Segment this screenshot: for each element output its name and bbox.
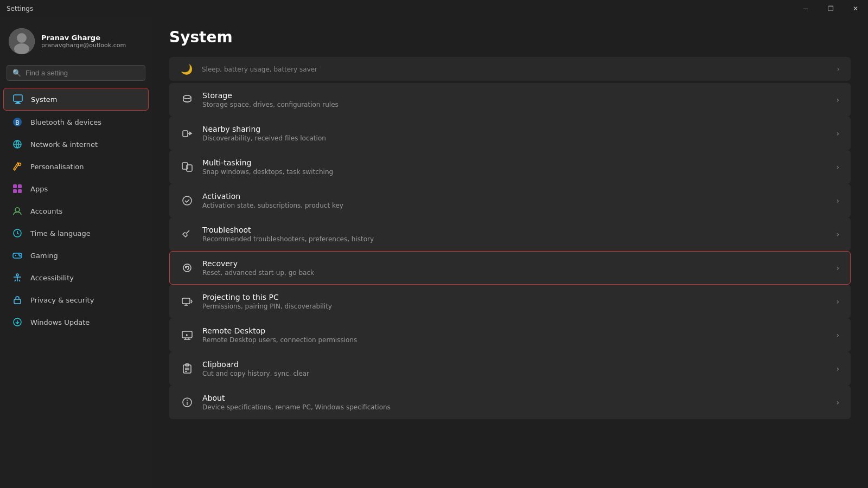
remote-desktop-chevron-icon: › (836, 331, 839, 339)
main-layout: Pranav Gharge pranavgharge@outlook.com 🔍… (0, 17, 868, 488)
activation-icon (181, 194, 194, 207)
activation-chevron-icon: › (836, 196, 839, 205)
svg-point-24 (183, 95, 191, 99)
remote-desktop-icon (181, 329, 194, 342)
svg-rect-5 (15, 103, 21, 104)
settings-item-storage[interactable]: Storage Storage space, drives, configura… (169, 83, 851, 117)
clipboard-title: Clipboard (202, 360, 827, 369)
sidebar-item-system[interactable]: System (3, 88, 149, 111)
maximize-button[interactable]: ❐ (818, 0, 843, 17)
settings-item-about[interactable]: About Device specifications, rename PC, … (169, 386, 851, 419)
multi-tasking-title: Multi-tasking (202, 158, 827, 167)
troubleshoot-text: Troubleshoot Recommended troubleshooters… (202, 226, 827, 243)
about-title: About (202, 394, 827, 402)
partial-settings-item[interactable]: 🌙 Sleep, battery usage, battery saver › (169, 57, 851, 81)
about-text: About Device specifications, rename PC, … (202, 394, 827, 411)
svg-rect-22 (14, 299, 21, 304)
system-icon (12, 94, 23, 105)
svg-point-9 (18, 163, 21, 166)
svg-point-2 (14, 43, 29, 54)
svg-point-45 (187, 400, 188, 401)
nearby-sharing-icon (181, 127, 194, 140)
recovery-icon (181, 261, 194, 274)
settings-item-remote-desktop[interactable]: Remote Desktop Remote Desktop users, con… (169, 318, 851, 352)
storage-title: Storage (202, 91, 827, 100)
content-area: System 🌙 Sleep, battery usage, battery s… (152, 17, 868, 488)
projecting-icon (181, 295, 194, 308)
partial-item-desc: Sleep, battery usage, battery saver (202, 66, 828, 73)
titlebar: Settings ─ ❐ ✕ (0, 0, 868, 17)
multi-tasking-icon (181, 160, 194, 174)
multi-tasking-text: Multi-tasking Snap windows, desktops, ta… (202, 158, 827, 176)
settings-item-multi-tasking[interactable]: Multi-tasking Snap windows, desktops, ta… (169, 150, 851, 184)
nearby-sharing-text: Nearby sharing Discoverability, received… (202, 125, 827, 142)
svg-rect-4 (16, 102, 20, 103)
privacy-icon (12, 294, 23, 305)
remote-desktop-text: Remote Desktop Remote Desktop users, con… (202, 326, 827, 344)
sidebar-item-label-system: System (31, 95, 57, 104)
svg-point-20 (20, 255, 21, 256)
sidebar-item-gaming[interactable]: Gaming (3, 245, 149, 266)
sidebar-item-privacy[interactable]: Privacy & security (3, 289, 149, 311)
minimize-button[interactable]: ─ (793, 0, 818, 17)
troubleshoot-title: Troubleshoot (202, 226, 827, 234)
sidebar-item-label-accessibility: Accessibility (30, 274, 74, 282)
sidebar-item-label-bluetooth: Bluetooth & devices (30, 118, 101, 126)
svg-rect-12 (13, 189, 17, 193)
nearby-sharing-title: Nearby sharing (202, 125, 827, 133)
sidebar-item-apps[interactable]: Apps (3, 178, 149, 200)
sidebar-item-label-windows-update: Windows Update (30, 318, 90, 326)
projecting-title: Projecting to this PC (202, 293, 827, 301)
close-button[interactable]: ✕ (843, 0, 868, 17)
settings-item-projecting[interactable]: Projecting to this PC Permissions, pairi… (169, 285, 851, 318)
sidebar-item-network[interactable]: Network & internet (3, 133, 149, 155)
projecting-chevron-icon: › (836, 297, 839, 306)
sidebar-item-windows-update[interactable]: Windows Update (3, 311, 149, 333)
troubleshoot-chevron-icon: › (836, 230, 839, 239)
settings-item-activation[interactable]: Activation Activation state, subscriptio… (169, 184, 851, 217)
about-icon (181, 396, 194, 409)
remote-desktop-title: Remote Desktop (202, 326, 827, 335)
sidebar-item-label-personalisation: Personalisation (30, 163, 84, 171)
sidebar-item-time[interactable]: Time & language (3, 222, 149, 244)
about-chevron-icon: › (836, 398, 839, 407)
svg-point-14 (15, 208, 20, 212)
projecting-description: Permissions, pairing PIN, discoverabilit… (202, 303, 827, 310)
settings-item-clipboard[interactable]: Clipboard Cut and copy history, sync, cl… (169, 352, 851, 386)
recovery-text: Recovery Reset, advanced start-up, go ba… (202, 259, 827, 277)
sidebar-item-personalisation[interactable]: Personalisation (3, 156, 149, 177)
settings-item-nearby-sharing[interactable]: Nearby sharing Discoverability, received… (169, 117, 851, 150)
search-icon: 🔍 (12, 69, 21, 77)
svg-point-21 (16, 274, 18, 276)
sidebar-item-accessibility[interactable]: Accessibility (3, 267, 149, 288)
multi-tasking-chevron-icon: › (836, 163, 839, 171)
nearby-sharing-chevron-icon: › (836, 129, 839, 138)
sidebar-item-bluetooth[interactable]: B Bluetooth & devices (3, 111, 149, 133)
recovery-title: Recovery (202, 259, 827, 268)
troubleshoot-description: Recommended troubleshooters, preferences… (202, 235, 827, 243)
sidebar-item-label-accounts: Accounts (30, 207, 62, 215)
storage-chevron-icon: › (836, 95, 839, 104)
storage-description: Storage space, drives, configuration rul… (202, 101, 827, 108)
remote-desktop-description: Remote Desktop users, connection permiss… (202, 336, 827, 344)
clipboard-text: Clipboard Cut and copy history, sync, cl… (202, 360, 827, 377)
svg-rect-31 (182, 298, 190, 304)
svg-point-29 (183, 196, 192, 205)
clipboard-icon (181, 362, 194, 375)
titlebar-controls: ─ ❐ ✕ (793, 0, 868, 17)
time-icon (12, 228, 23, 239)
personalisation-icon (12, 161, 23, 172)
about-description: Device specifications, rename PC, Window… (202, 403, 827, 411)
sidebar-item-accounts[interactable]: Accounts (3, 200, 149, 222)
search-input[interactable] (25, 69, 139, 77)
troubleshoot-icon (181, 228, 194, 241)
sidebar-item-label-gaming: Gaming (30, 252, 58, 260)
user-profile[interactable]: Pranav Gharge pranavgharge@outlook.com (0, 17, 152, 63)
partial-item-text: Sleep, battery usage, battery saver (202, 65, 828, 73)
svg-rect-3 (14, 95, 22, 101)
recovery-description: Reset, advanced start-up, go back (202, 269, 827, 277)
user-email: pranavgharge@outlook.com (41, 42, 126, 49)
settings-item-troubleshoot[interactable]: Troubleshoot Recommended troubleshooters… (169, 217, 851, 251)
network-icon (12, 139, 23, 150)
settings-item-recovery[interactable]: Recovery Reset, advanced start-up, go ba… (169, 251, 851, 285)
